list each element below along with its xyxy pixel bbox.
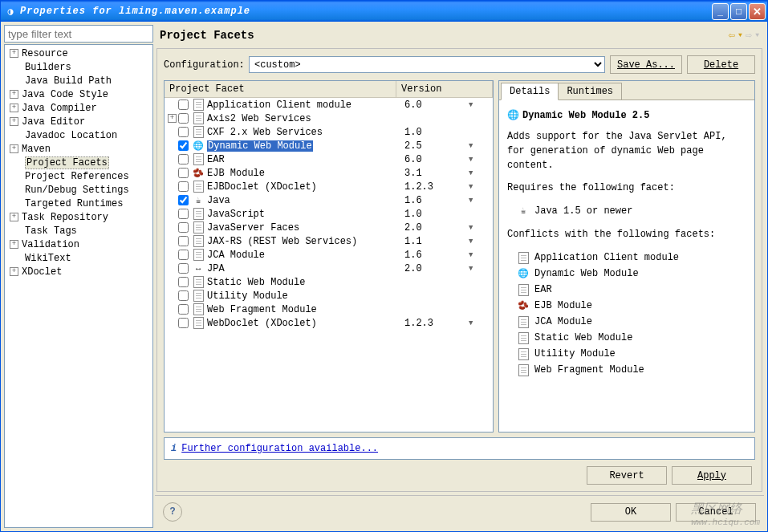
filter-input[interactable] <box>4 25 153 43</box>
facet-row[interactable]: EJBDoclet (XDoclet)1.2.3▼ <box>165 180 493 193</box>
version-dropdown[interactable]: ▼ <box>469 183 493 191</box>
facet-row[interactable]: WebDoclet (XDoclet)1.2.3▼ <box>165 316 493 330</box>
tree-item[interactable]: WikiText <box>6 251 151 265</box>
facet-checkbox[interactable] <box>178 154 189 164</box>
version-dropdown[interactable]: ▼ <box>469 197 493 205</box>
facet-icon <box>192 235 205 248</box>
facet-row[interactable]: CXF 2.x Web Services1.0 <box>165 125 493 139</box>
tree-item[interactable]: Builders <box>6 60 151 74</box>
facet-row[interactable]: Application Client module6.0▼ <box>165 98 493 112</box>
facet-checkbox[interactable] <box>178 127 189 137</box>
tree-item[interactable]: Project Facets <box>6 156 151 169</box>
facet-row[interactable]: +Axis2 Web Services <box>165 112 493 125</box>
minimize-button[interactable]: _ <box>712 3 729 20</box>
tree-item[interactable]: +Java Compiler <box>6 101 151 115</box>
facet-checkbox[interactable] <box>178 250 189 260</box>
tree-item-label: Resource <box>22 48 68 59</box>
version-dropdown[interactable]: ▼ <box>469 265 493 273</box>
tree-item[interactable]: Targeted Runtimes <box>6 197 151 210</box>
facet-row[interactable]: JavaScript1.0 <box>165 207 493 221</box>
facet-name: Application Client module <box>207 99 404 111</box>
version-dropdown[interactable]: ▼ <box>469 238 493 246</box>
facet-row[interactable]: JAX-RS (REST Web Services)1.1▼ <box>165 234 493 248</box>
tree-item[interactable]: +Java Editor <box>6 115 151 128</box>
item-label: Web Fragment Module <box>534 363 644 377</box>
tree-item[interactable]: Task Tags <box>6 224 151 238</box>
expand-icon[interactable]: + <box>10 49 18 58</box>
version-dropdown[interactable]: ▼ <box>469 251 493 259</box>
facet-row[interactable]: Web Fragment Module <box>165 303 493 316</box>
facet-row[interactable]: 🌐Dynamic Web Module2.5▼ <box>165 139 493 152</box>
facet-checkbox[interactable] <box>178 99 189 110</box>
expand-icon[interactable]: + <box>10 144 18 153</box>
facet-row[interactable]: Static Web Module <box>165 275 493 289</box>
facet-checkbox[interactable] <box>178 168 189 178</box>
back-icon[interactable]: ⇦ <box>729 28 735 42</box>
titlebar[interactable]: ◑ Properties for liming.maven.example _ … <box>1 1 767 22</box>
facet-checkbox[interactable] <box>178 209 189 219</box>
facet-row[interactable]: JCA Module1.6▼ <box>165 248 493 262</box>
revert-button[interactable]: Revert <box>587 466 667 485</box>
apply-button[interactable]: Apply <box>672 466 752 485</box>
facet-row[interactable]: ☕Java1.6▼ <box>165 193 493 207</box>
expand-icon[interactable]: + <box>10 117 18 126</box>
facet-checkbox[interactable] <box>178 236 189 246</box>
facet-checkbox[interactable] <box>178 140 189 151</box>
tree-item[interactable]: +Task Repository <box>6 210 151 224</box>
tab-details[interactable]: Details <box>501 83 559 100</box>
ok-button[interactable]: OK <box>591 503 671 522</box>
expand-icon[interactable]: + <box>10 104 18 112</box>
tree-item[interactable]: +XDoclet <box>6 265 151 278</box>
tree-item[interactable]: +Resource <box>6 47 151 60</box>
tree-item-label: Maven <box>22 144 51 155</box>
facet-row[interactable]: 🫘EJB Module3.1▼ <box>165 166 493 180</box>
facet-checkbox[interactable] <box>178 113 189 124</box>
facet-checkbox[interactable] <box>178 263 189 274</box>
config-select[interactable]: <custom> <box>249 56 605 73</box>
help-button[interactable]: ? <box>163 502 182 522</box>
facet-version: 3.1 <box>404 168 469 179</box>
further-config-link[interactable]: Further configuration available... <box>181 443 378 454</box>
tree-item[interactable]: +Maven <box>6 142 151 156</box>
facet-row[interactable]: Utility Module <box>165 289 493 303</box>
nav-tree[interactable]: +ResourceBuildersJava Build Path+Java Co… <box>4 44 153 528</box>
col-facet[interactable]: Project Facet <box>165 81 396 97</box>
facet-checkbox[interactable] <box>178 222 189 233</box>
expand-icon[interactable]: + <box>10 240 18 249</box>
tree-item[interactable]: +Validation <box>6 238 151 251</box>
item-icon <box>517 251 530 264</box>
tree-item[interactable]: Run/Debug Settings <box>6 183 151 197</box>
expand-icon[interactable]: + <box>168 114 177 123</box>
version-dropdown[interactable]: ▼ <box>469 319 493 327</box>
version-dropdown[interactable]: ▼ <box>469 101 493 109</box>
tab-runtimes[interactable]: Runtimes <box>558 83 622 99</box>
maximize-button[interactable]: □ <box>730 3 747 20</box>
col-version[interactable]: Version <box>396 81 493 97</box>
tree-item[interactable]: Project References <box>6 169 151 183</box>
expand-icon[interactable]: + <box>10 267 18 276</box>
facet-row[interactable]: EAR6.0▼ <box>165 152 493 166</box>
facet-row[interactable]: JavaServer Faces2.0▼ <box>165 221 493 234</box>
version-dropdown[interactable]: ▼ <box>469 224 493 232</box>
tree-item[interactable]: Java Build Path <box>6 74 151 87</box>
info-icon: i <box>171 443 177 454</box>
facet-checkbox[interactable] <box>178 277 189 287</box>
facet-checkbox[interactable] <box>178 304 189 315</box>
item-label: Application Client module <box>534 250 679 265</box>
version-dropdown[interactable]: ▼ <box>469 142 493 150</box>
version-dropdown[interactable]: ▼ <box>469 169 493 177</box>
tree-item[interactable]: Javadoc Location <box>6 128 151 142</box>
delete-button[interactable]: Delete <box>687 55 755 74</box>
expand-icon[interactable]: + <box>10 90 18 99</box>
version-dropdown[interactable]: ▼ <box>469 156 493 164</box>
facet-row[interactable]: ↔JPA2.0▼ <box>165 262 493 275</box>
facet-checkbox[interactable] <box>178 318 189 328</box>
cancel-button[interactable]: Cancel <box>676 503 756 522</box>
facet-checkbox[interactable] <box>178 195 189 205</box>
save-as-button[interactable]: Save As... <box>610 55 682 74</box>
facet-checkbox[interactable] <box>178 181 189 192</box>
expand-icon[interactable]: + <box>10 213 18 221</box>
tree-item[interactable]: +Java Code Style <box>6 87 151 101</box>
facet-checkbox[interactable] <box>178 290 189 301</box>
close-button[interactable]: ✕ <box>749 3 766 20</box>
